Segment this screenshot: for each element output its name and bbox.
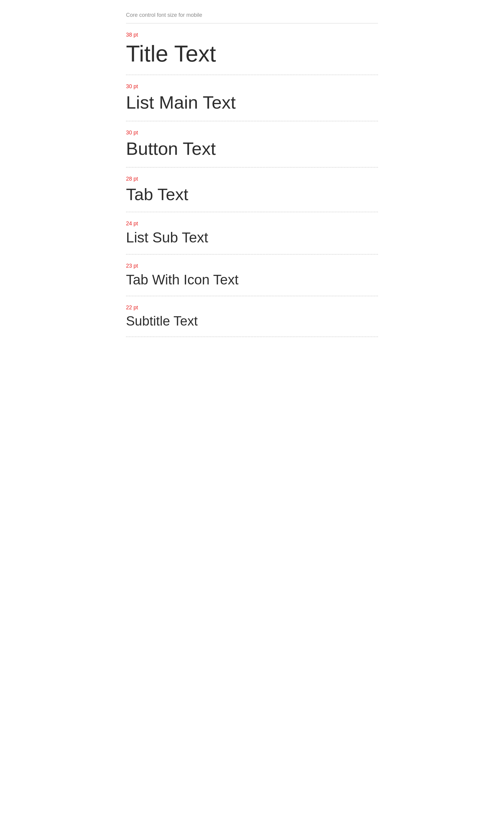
font-display-text-subtitle: Subtitle Text [126,314,378,328]
font-size-label-tab: 28 pt [126,176,378,182]
font-display-text-list-sub: List Sub Text [126,230,378,246]
font-display-text-list-main: List Main Text [126,93,378,113]
font-display-text-tab-icon: Tab With Icon Text [126,272,378,287]
font-item-title: 38 ptTitle Text [126,23,378,66]
font-item-list-main: 30 ptList Main Text [126,75,378,113]
font-size-label-list-main: 30 pt [126,83,378,90]
font-size-label-subtitle: 22 pt [126,304,378,311]
font-items-container: 38 ptTitle Text30 ptList Main Text30 ptB… [126,23,378,337]
divider-subtitle [126,337,378,337]
font-size-label-tab-icon: 23 pt [126,263,378,269]
page-container: Core control font size for mobile 38 ptT… [126,0,378,337]
font-item-tab-icon: 23 ptTab With Icon Text [126,254,378,287]
font-display-text-title: Title Text [126,41,378,66]
font-item-list-sub: 24 ptList Sub Text [126,212,378,246]
font-size-label-title: 38 pt [126,32,378,38]
font-display-text-button: Button Text [126,139,378,159]
font-size-label-list-sub: 24 pt [126,221,378,227]
page-header: Core control font size for mobile [126,12,378,23]
font-item-tab: 28 ptTab Text [126,167,378,204]
font-item-button: 30 ptButton Text [126,121,378,159]
page-header-label: Core control font size for mobile [126,12,202,18]
font-item-subtitle: 22 ptSubtitle Text [126,296,378,328]
font-display-text-tab: Tab Text [126,185,378,204]
font-size-label-button: 30 pt [126,130,378,136]
